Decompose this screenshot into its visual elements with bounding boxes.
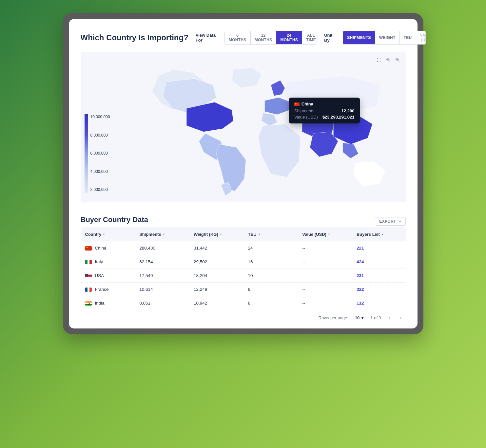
chevron-down-icon xyxy=(398,220,401,223)
flag-icon xyxy=(85,288,92,292)
flag-icon xyxy=(85,301,92,306)
cell-value: -- xyxy=(302,287,357,292)
col-shipments[interactable]: Shipments▾ xyxy=(139,232,194,237)
cell-shipments: 17,549 xyxy=(139,273,194,278)
buyers-link[interactable]: 221 xyxy=(357,246,401,251)
china-flag-icon xyxy=(294,103,300,106)
cell-weight: 10,942 xyxy=(194,301,248,306)
country-scandinavia[interactable] xyxy=(271,80,285,96)
cell-value: -- xyxy=(302,246,357,251)
col-weight-kg-[interactable]: Weight (KG)▾ xyxy=(194,232,248,237)
table-head: Country▾Shipments▾Weight (KG)▾TEU▾Value … xyxy=(81,227,406,241)
cell-teu: 9 xyxy=(248,287,302,292)
cell-weight: 29,502 xyxy=(194,259,248,264)
legend-ticks: 10,000,0008,000,0006,000,0004,000,0002,0… xyxy=(90,114,110,193)
view-range-all-time[interactable]: ALL TIME xyxy=(302,31,317,44)
sort-caret-icon: ▾ xyxy=(163,233,165,236)
cell-value: -- xyxy=(302,273,357,278)
cell-country: USA xyxy=(85,273,140,278)
prev-page-button[interactable]: ‹ xyxy=(388,315,392,321)
choropleth-map-card: 10,000,0008,000,0006,000,0004,000,0002,0… xyxy=(81,52,406,202)
cell-teu: 24 xyxy=(248,246,302,251)
cell-country: India xyxy=(85,301,140,306)
pagination: Rows per page: 10▾ 1 of 3 ‹ › xyxy=(81,310,406,321)
tooltip-ship-value: 12,200 xyxy=(341,108,355,113)
rows-per-page-label: Rows per page: xyxy=(319,315,348,320)
device-frame: Which Country Is Importing? View Data Fo… xyxy=(63,13,423,334)
table-row: USA17,54918,20410--231 xyxy=(81,269,406,283)
legend-gradient xyxy=(85,114,88,193)
buyers-link[interactable]: 424 xyxy=(357,259,401,264)
tooltip-value-label: Value (USD) xyxy=(294,115,318,120)
cell-value: -- xyxy=(302,301,357,306)
buyers-link[interactable]: 112 xyxy=(357,301,401,306)
buyers-link[interactable]: 322 xyxy=(357,287,401,292)
table-body: China280,43031,44224--221Italy62,15429,5… xyxy=(81,241,406,310)
cell-country: Italy xyxy=(85,259,140,264)
rows-per-page-select[interactable]: 10▾ xyxy=(355,315,364,320)
view-range-24-months[interactable]: 24 MONTHS xyxy=(276,31,302,44)
next-page-button[interactable]: › xyxy=(399,315,403,321)
tooltip-country: China xyxy=(294,102,355,106)
cell-country: China xyxy=(85,246,140,251)
unit-teu[interactable]: TEU xyxy=(400,31,416,44)
col-teu[interactable]: TEU▾ xyxy=(248,232,302,237)
unit-weight[interactable]: WEIGHT xyxy=(375,31,400,44)
caret-down-icon: ▾ xyxy=(361,315,364,320)
page-range: 1 of 3 xyxy=(370,315,381,320)
tooltip-ship-label: Shipments xyxy=(294,108,314,113)
table-row: India8,05110,9428--112 xyxy=(81,296,406,310)
flag-icon xyxy=(85,246,92,251)
cell-teu: 16 xyxy=(248,259,302,264)
legend-tick: 6,000,000 xyxy=(90,151,110,156)
page-title: Which Country Is Importing? xyxy=(81,33,188,42)
export-button[interactable]: EXPORT xyxy=(375,217,405,226)
unit-value-usd-: VALUE (USD) xyxy=(416,31,426,44)
cell-weight: 31,442 xyxy=(194,246,248,251)
sort-caret-icon: ▾ xyxy=(328,233,330,236)
cell-shipments: 280,430 xyxy=(139,246,194,251)
sort-caret-icon: ▾ xyxy=(382,233,383,236)
dashboard-panel: Which Country Is Importing? View Data Fo… xyxy=(69,19,418,328)
map-legend: 10,000,0008,000,0006,000,0004,000,0002,0… xyxy=(85,114,110,193)
table-row: France10,61412,2499--322 xyxy=(81,283,406,296)
cell-weight: 18,204 xyxy=(194,273,248,278)
flag-icon xyxy=(85,260,92,264)
col-buyers-list[interactable]: Buyers List▾ xyxy=(357,232,401,237)
time-controls: View Data For 6 MONTHS12 MONTHS24 MONTHS… xyxy=(196,31,426,45)
legend-tick: 10,000,000 xyxy=(90,115,110,119)
cell-shipments: 10,614 xyxy=(139,287,194,292)
buyer-country-table: Country▾Shipments▾Weight (KG)▾TEU▾Value … xyxy=(81,227,406,310)
legend-tick: 2,000,000 xyxy=(90,187,110,192)
table-row: Italy62,15429,50216--424 xyxy=(81,255,406,269)
sort-caret-icon: ▾ xyxy=(103,233,105,236)
cell-shipments: 8,051 xyxy=(139,301,194,306)
unit-by-segmented: SHIPMENTSWEIGHTTEUVALUE (USD) xyxy=(343,31,426,45)
unit-shipments[interactable]: SHIPMENTS xyxy=(343,31,375,44)
view-range-12-months[interactable]: 12 MONTHS xyxy=(251,31,277,44)
legend-tick: 8,000,000 xyxy=(90,133,110,138)
col-country[interactable]: Country▾ xyxy=(85,232,140,237)
table-row: China280,43031,44224--221 xyxy=(81,241,406,255)
buyers-link[interactable]: 231 xyxy=(357,273,401,278)
flag-icon xyxy=(85,274,92,278)
sort-caret-icon: ▾ xyxy=(259,233,260,236)
view-range-6-months[interactable]: 6 MONTHS xyxy=(225,31,251,44)
table-header-row: Buyer Country Data EXPORT xyxy=(81,215,406,227)
table-title: Buyer Country Data xyxy=(81,215,148,224)
world-map-svg xyxy=(140,62,396,196)
legend-tick: 4,000,000 xyxy=(90,169,110,174)
cell-teu: 8 xyxy=(248,301,302,306)
unit-by-label: Unit By xyxy=(324,33,336,43)
map-tooltip: China Shipments12,200 Value (USD)$23,293… xyxy=(289,98,360,123)
tooltip-value-value: $23,293,291,021 xyxy=(322,115,355,120)
cell-country: France xyxy=(85,287,140,292)
cell-value: -- xyxy=(302,259,357,264)
world-map[interactable] xyxy=(140,62,396,196)
view-data-for-label: View Data For xyxy=(196,33,217,43)
col-value-usd-[interactable]: Value (USD)▾ xyxy=(302,232,357,237)
cell-weight: 12,249 xyxy=(194,287,248,292)
cell-shipments: 62,154 xyxy=(139,259,194,264)
sort-caret-icon: ▾ xyxy=(220,233,222,236)
header: Which Country Is Importing? View Data Fo… xyxy=(81,31,406,45)
